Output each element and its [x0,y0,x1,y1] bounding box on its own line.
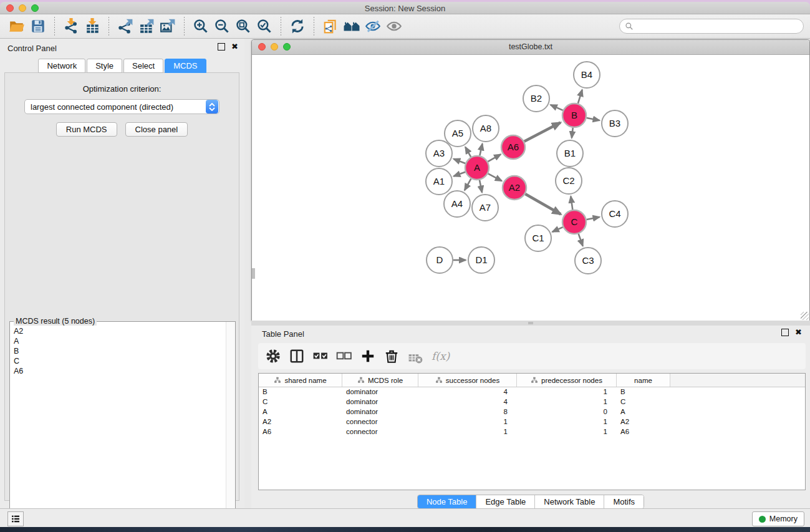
column-header-predecessor-nodes[interactable]: predecessor nodes [517,374,617,387]
task-history-button[interactable] [7,511,24,526]
zoom-selected-button[interactable] [254,16,275,37]
column-header-MCDS-role[interactable]: MCDS role [342,374,418,387]
table-row[interactable]: Bdominator41B [259,387,805,397]
tab-node-table[interactable]: Node Table [418,495,477,508]
table-cell[interactable]: C [617,397,670,407]
export-table-button[interactable] [136,16,157,37]
result-item[interactable]: B [14,346,223,356]
function-builder-button[interactable]: f(x) [432,350,450,362]
zoom-in-button[interactable] [190,16,211,37]
edge-B-B4[interactable] [578,90,582,104]
table-cell[interactable]: dominator [342,397,418,407]
table-cell[interactable]: dominator [342,407,418,417]
export-network-button[interactable] [115,16,136,37]
tab-select[interactable]: Select [123,59,163,73]
close-table-panel-icon[interactable]: ✖ [795,329,802,336]
table-cell[interactable]: 1 [418,417,517,427]
resize-grip-icon[interactable] [801,312,809,320]
delete-column-button[interactable] [384,349,399,364]
tab-edge-table[interactable]: Edge Table [476,495,535,508]
canvas-scroll-nub[interactable] [252,268,255,279]
table-cell[interactable]: 1 [418,427,517,437]
optimization-criterion-select[interactable]: largest connected component (directed) [24,99,219,114]
tab-motifs[interactable]: Motifs [604,495,644,508]
table-row[interactable]: Adominator80A [259,407,805,417]
run-mcds-button[interactable]: Run MCDS [56,122,117,137]
table-cell[interactable]: connector [342,417,418,427]
table-row[interactable]: A6connector11A6 [259,427,805,437]
result-scrollbar[interactable] [226,322,235,532]
table-cell[interactable]: 8 [418,407,517,417]
table-cell[interactable]: A [259,407,342,417]
result-item[interactable]: A2 [14,326,223,336]
result-item[interactable]: C [14,356,223,366]
table-cell[interactable]: 1 [517,397,617,407]
edge-A-A7[interactable] [480,180,482,193]
tab-network-table[interactable]: Network Table [535,495,604,508]
zoom-out-button[interactable] [211,16,233,37]
edge-A-A3[interactable] [453,159,465,163]
edge-A-A4[interactable] [465,179,471,191]
table-cell[interactable]: A6 [617,427,670,437]
network-snapshot-button[interactable] [320,16,341,37]
select-all-rows-button[interactable] [313,349,328,364]
table-cell[interactable]: B [259,387,342,397]
network-graph[interactable]: B4B2BB3A5A8A6B1A3AC2A1A2A4A7C4CC1C3DD1 [252,55,809,321]
table-row[interactable]: Cdominator41C [259,397,805,407]
deselect-all-rows-button[interactable] [337,349,352,364]
table-cell[interactable]: A2 [259,417,342,427]
edge-C-C3[interactable] [579,234,583,246]
table-row[interactable]: A2connector11A2 [259,417,805,427]
column-layout-button[interactable] [289,349,304,364]
edge-A2-C[interactable] [525,194,561,215]
split-divider[interactable] [251,321,810,326]
memory-button[interactable]: Memory [752,511,804,526]
network-window-titlebar[interactable]: testGlobe.txt [252,40,809,55]
edge-C-C4[interactable] [587,217,600,220]
delete-table-button[interactable] [408,349,423,364]
edge-C-C2[interactable] [571,196,572,210]
column-header-shared-name[interactable]: shared name [259,374,342,387]
close-panel-button[interactable]: Close panel [125,122,188,137]
edge-A-A6[interactable] [488,154,501,162]
table-cell[interactable]: 1 [517,417,617,427]
table-cell[interactable]: A2 [617,417,670,427]
tab-mcds[interactable]: MCDS [165,59,206,73]
export-image-button[interactable] [157,16,178,37]
edge-B-B2[interactable] [551,105,563,110]
save-session-button[interactable] [27,16,49,37]
table-cell[interactable]: 4 [418,387,517,397]
add-column-button[interactable] [360,349,375,364]
table-cell[interactable]: dominator [342,387,418,397]
edge-A-A1[interactable] [454,172,466,177]
show-all-button[interactable] [383,16,405,37]
search-input[interactable] [637,21,798,32]
result-item[interactable]: A [14,336,223,346]
table-cell[interactable]: 4 [418,397,517,407]
edge-B-B1[interactable] [572,128,573,138]
table-cell[interactable]: B [617,387,670,397]
table-cell[interactable]: connector [342,427,418,437]
open-file-button[interactable] [6,16,27,37]
table-cell[interactable]: A6 [259,427,342,437]
close-panel-icon[interactable]: ✖ [231,44,238,50]
edge-A-A2[interactable] [488,173,502,181]
refresh-button[interactable] [287,16,308,37]
hide-selected-button[interactable] [362,16,383,37]
network-canvas[interactable]: B4B2BB3A5A8A6B1A3AC2A1A2A4A7C4CC1C3DD1 [252,55,809,321]
table-cell[interactable]: 1 [517,427,617,437]
table-cell[interactable]: 1 [517,387,617,397]
edge-A-A5[interactable] [465,147,471,157]
import-table-button[interactable] [82,16,103,37]
result-item[interactable]: A6 [14,366,223,376]
home-view-button[interactable] [341,16,362,37]
float-table-panel-icon[interactable] [781,329,789,336]
table-cell[interactable]: A [617,407,670,417]
import-network-button[interactable] [60,16,82,37]
edge-B-B3[interactable] [587,118,600,120]
tab-style[interactable]: Style [87,59,122,73]
table-cell[interactable]: C [259,397,342,407]
column-header-name[interactable]: name [617,374,670,387]
float-panel-icon[interactable] [218,43,225,51]
search-box[interactable] [619,19,804,34]
